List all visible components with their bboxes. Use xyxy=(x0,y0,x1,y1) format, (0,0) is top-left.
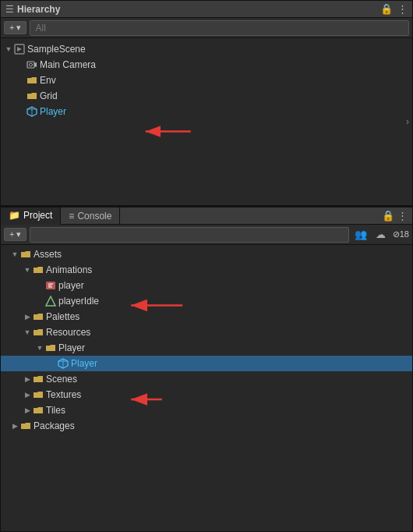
project-item-packages[interactable]: Packages xyxy=(1,418,412,434)
item-label-playerIdle: playerIdle xyxy=(58,296,99,307)
item-label-animations: Animations xyxy=(46,264,92,275)
cube-icon xyxy=(26,105,38,118)
project-item-assets[interactable]: Assets xyxy=(1,246,412,262)
item-label-assets: Assets xyxy=(34,249,62,260)
folder-icon-resources xyxy=(32,326,44,339)
project-add-button[interactable]: + ▾ xyxy=(4,228,26,241)
item-label-maincamera: Main Camera xyxy=(40,59,96,70)
project-lock-icon[interactable]: 🔒 xyxy=(382,210,394,222)
folder-icon-textures xyxy=(32,388,44,401)
svg-rect-1 xyxy=(27,62,34,68)
project-item-playerIdle[interactable]: playerIdle xyxy=(1,293,412,309)
tab-project-label: Project xyxy=(23,210,52,221)
svg-marker-13 xyxy=(46,296,55,306)
hierarchy-header: ☰ Hierarchy 🔒 ⋮ xyxy=(1,1,412,18)
triangle-collapse-scenes[interactable] xyxy=(23,374,32,384)
folder-icon-animations xyxy=(32,264,44,276)
tab-project-icon: 📁 xyxy=(9,210,20,221)
hierarchy-toolbar: + ▾ xyxy=(1,18,412,38)
triangle-collapse-palettes[interactable] xyxy=(23,312,32,321)
camera-icon xyxy=(26,59,38,71)
folder-icon-scenes xyxy=(32,373,44,385)
hierarchy-item-grid[interactable]: Grid xyxy=(1,88,412,104)
project-tree: AssetsAnimationsplayerplayerIdlePalettes… xyxy=(1,245,412,531)
folder-icon xyxy=(26,90,38,102)
svg-point-3 xyxy=(30,63,33,66)
hierarchy-scroll-arrow: › xyxy=(406,116,409,127)
project-collab-icon[interactable]: 👥 xyxy=(352,226,369,243)
triangle-expand-player-folder[interactable] xyxy=(35,343,44,353)
item-label-grid: Grid xyxy=(40,90,58,101)
project-settings-icon[interactable]: ☁ xyxy=(372,226,390,243)
project-item-resources[interactable]: Resources xyxy=(1,325,412,340)
tab-console-icon: ≡ xyxy=(69,211,74,222)
project-toolbar: + ▾ 👥 ☁ ⊘18 xyxy=(1,225,412,245)
hierarchy-tree: SampleSceneMain CameraEnvGridPlayer xyxy=(1,38,412,205)
triangle-expand-animations[interactable] xyxy=(23,265,32,275)
folder-icon-tiles xyxy=(32,404,44,417)
tab-console[interactable]: ≡ Console xyxy=(61,207,120,225)
hierarchy-panel: ☰ Hierarchy 🔒 ⋮ + ▾ SampleSceneMain Came… xyxy=(0,0,413,207)
project-menu-icon[interactable]: ⋮ xyxy=(397,210,408,222)
hierarchy-search-input[interactable] xyxy=(30,20,409,36)
project-item-player-folder[interactable]: Player xyxy=(1,340,412,356)
folder-icon-packages xyxy=(19,420,32,432)
item-label-samplescene: SampleScene xyxy=(27,44,86,55)
project-item-animations[interactable]: Animations xyxy=(1,262,412,278)
triangle-expand[interactable] xyxy=(4,44,13,54)
item-label-env: Env xyxy=(40,75,56,86)
hierarchy-title: Hierarchy xyxy=(17,4,60,15)
triangle-expand-assets[interactable] xyxy=(10,250,19,259)
triangle-collapse-textures[interactable] xyxy=(23,390,32,399)
svg-marker-2 xyxy=(34,62,37,67)
hierarchy-icon: ☰ xyxy=(5,4,14,15)
item-label-player-anim: player xyxy=(58,280,84,291)
triangle-expand-resources[interactable] xyxy=(23,328,32,337)
project-view-badge: ⊘18 xyxy=(393,229,409,239)
item-label-packages: Packages xyxy=(34,420,75,431)
project-item-scenes[interactable]: Scenes xyxy=(1,371,412,387)
tab-project[interactable]: 📁 Project xyxy=(1,207,61,225)
item-label-player: Player xyxy=(40,106,66,117)
scene-icon xyxy=(13,43,26,55)
project-panel: 📁 Project ≡ Console 🔒 ⋮ + ▾ 👥 ☁ ⊘18 Asse… xyxy=(0,207,413,532)
project-item-textures[interactable]: Textures xyxy=(1,387,412,403)
folder-icon xyxy=(26,74,38,87)
hierarchy-lock-icon[interactable]: 🔒 xyxy=(380,3,393,15)
tab-console-label: Console xyxy=(77,211,111,222)
project-search-input[interactable] xyxy=(30,227,348,243)
project-item-player-anim[interactable]: player xyxy=(1,278,412,293)
folder-icon-assets xyxy=(19,248,32,261)
project-tab-icons: 🔒 ⋮ xyxy=(382,210,412,222)
hierarchy-tree-container: SampleSceneMain CameraEnvGridPlayer › xyxy=(1,38,412,205)
hierarchy-item-samplescene[interactable]: SampleScene xyxy=(1,41,412,57)
folder-icon-palettes xyxy=(32,310,44,323)
hierarchy-item-env[interactable]: Env xyxy=(1,73,412,88)
item-label-resources: Resources xyxy=(46,327,90,338)
project-item-player-prefab[interactable]: Player xyxy=(1,356,412,371)
avatar-icon-playerIdle xyxy=(44,295,57,307)
hierarchy-add-button[interactable]: + ▾ xyxy=(4,21,26,34)
cube-icon-player-prefab xyxy=(57,357,69,370)
item-label-player-folder: Player xyxy=(58,342,85,353)
hierarchy-item-player[interactable]: Player xyxy=(1,104,412,119)
project-item-tiles[interactable]: Tiles xyxy=(1,403,412,418)
anim-icon-player-anim xyxy=(44,279,57,292)
hierarchy-header-icons: 🔒 ⋮ xyxy=(380,3,408,15)
triangle-collapse-tiles[interactable] xyxy=(23,406,32,415)
project-item-palettes[interactable]: Palettes xyxy=(1,309,412,325)
project-tree-container: AssetsAnimationsplayerplayerIdlePalettes… xyxy=(1,245,412,531)
triangle-collapse-packages[interactable] xyxy=(10,421,19,431)
item-label-textures: Textures xyxy=(46,389,81,400)
folder-icon-player-folder xyxy=(44,342,57,354)
item-label-tiles: Tiles xyxy=(46,405,65,416)
item-label-player-prefab: Player xyxy=(71,358,97,369)
hierarchy-item-maincamera[interactable]: Main Camera xyxy=(1,57,412,73)
item-label-scenes: Scenes xyxy=(46,374,77,385)
project-tab-bar: 📁 Project ≡ Console 🔒 ⋮ xyxy=(1,207,412,225)
item-label-palettes: Palettes xyxy=(46,311,79,322)
hierarchy-menu-icon[interactable]: ⋮ xyxy=(397,3,408,15)
